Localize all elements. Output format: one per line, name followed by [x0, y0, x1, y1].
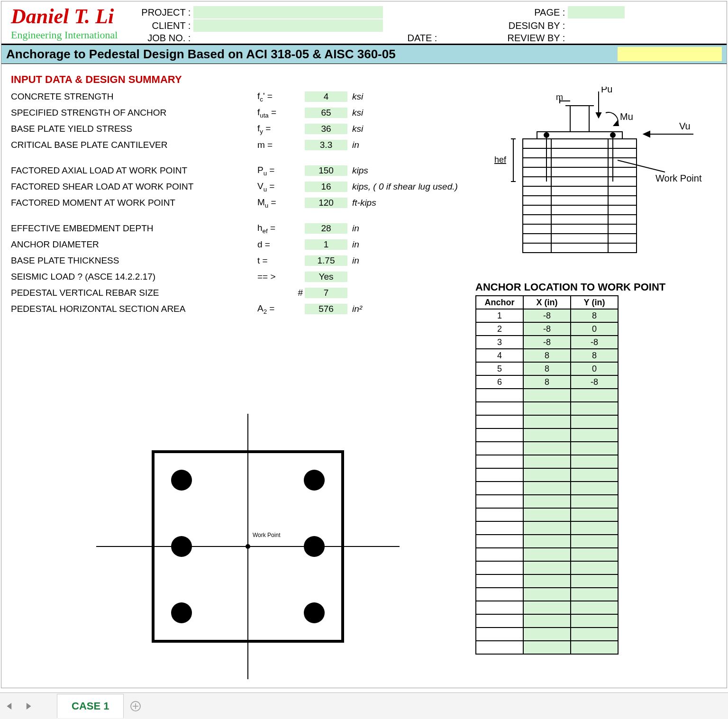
anchor-x[interactable]: -8	[523, 336, 571, 349]
anchor-y[interactable]	[571, 455, 618, 468]
anchor-n[interactable]	[476, 535, 523, 548]
input-value[interactable]: 16	[305, 182, 347, 192]
anchor-n[interactable]: 3	[476, 336, 523, 349]
anchor-y[interactable]: 8	[571, 349, 618, 362]
anchor-y[interactable]: -8	[571, 375, 618, 389]
title-yellow-cell[interactable]	[618, 47, 722, 61]
anchor-n[interactable]	[476, 455, 523, 468]
anchor-x[interactable]: 8	[523, 375, 571, 389]
table-row[interactable]	[476, 402, 618, 415]
anchor-y[interactable]	[571, 495, 618, 508]
table-row[interactable]	[476, 415, 618, 428]
table-row[interactable]: 3-8-8	[476, 336, 618, 349]
anchor-x[interactable]	[523, 428, 571, 442]
anchor-n[interactable]	[476, 508, 523, 521]
table-row[interactable]	[476, 641, 618, 654]
table-row[interactable]	[476, 389, 618, 402]
anchor-n[interactable]	[476, 389, 523, 402]
anchor-y[interactable]	[571, 402, 618, 415]
anchor-table[interactable]: Anchor X (in) Y (in) 1-882-803-8-8488580…	[475, 295, 619, 655]
table-row[interactable]	[476, 601, 618, 614]
page-input[interactable]	[568, 6, 625, 18]
anchor-y[interactable]	[571, 415, 618, 428]
anchor-n[interactable]	[476, 641, 523, 654]
table-row[interactable]	[476, 535, 618, 548]
anchor-x[interactable]	[523, 415, 571, 428]
anchor-n[interactable]: 2	[476, 322, 523, 336]
input-value[interactable]: 7	[305, 288, 347, 298]
anchor-y[interactable]	[571, 482, 618, 495]
anchor-n[interactable]	[476, 402, 523, 415]
anchor-x[interactable]: -8	[523, 322, 571, 336]
anchor-n[interactable]	[476, 601, 523, 614]
anchor-x[interactable]	[523, 588, 571, 601]
anchor-x[interactable]: 8	[523, 349, 571, 362]
anchor-y[interactable]	[571, 561, 618, 574]
table-row[interactable]: 488	[476, 349, 618, 362]
table-row[interactable]: 580	[476, 362, 618, 375]
table-row[interactable]	[476, 455, 618, 468]
anchor-y[interactable]	[571, 614, 618, 628]
anchor-y[interactable]	[571, 521, 618, 535]
anchor-y[interactable]	[571, 442, 618, 455]
anchor-y[interactable]	[571, 574, 618, 588]
anchor-x[interactable]	[523, 628, 571, 641]
anchor-y[interactable]	[571, 548, 618, 561]
anchor-y[interactable]	[571, 428, 618, 442]
spreadsheet[interactable]: Daniel T. Li Engineering International P…	[1, 1, 727, 688]
table-row[interactable]	[476, 508, 618, 521]
input-value[interactable]: 576	[305, 304, 347, 314]
anchor-n[interactable]	[476, 468, 523, 482]
project-input[interactable]	[193, 6, 383, 18]
input-value[interactable]: Yes	[305, 272, 347, 282]
anchor-y[interactable]: 0	[571, 322, 618, 336]
anchor-x[interactable]	[523, 442, 571, 455]
anchor-x[interactable]	[523, 482, 571, 495]
table-row[interactable]	[476, 521, 618, 535]
input-value[interactable]: 36	[305, 124, 347, 134]
table-row[interactable]	[476, 628, 618, 641]
anchor-y[interactable]	[571, 588, 618, 601]
anchor-x[interactable]	[523, 521, 571, 535]
table-row[interactable]	[476, 482, 618, 495]
table-row[interactable]	[476, 574, 618, 588]
anchor-x[interactable]: -8	[523, 309, 571, 322]
input-value[interactable]: 1	[305, 239, 347, 250]
anchor-x[interactable]	[523, 468, 571, 482]
anchor-n[interactable]	[476, 561, 523, 574]
table-row[interactable]: 68-8	[476, 375, 618, 389]
anchor-x[interactable]	[523, 508, 571, 521]
input-value[interactable]: 120	[305, 198, 347, 208]
anchor-x[interactable]	[523, 641, 571, 654]
anchor-n[interactable]	[476, 521, 523, 535]
anchor-x[interactable]	[523, 561, 571, 574]
anchor-x[interactable]	[523, 614, 571, 628]
anchor-y[interactable]	[571, 628, 618, 641]
anchor-n[interactable]: 5	[476, 362, 523, 375]
input-value[interactable]: 150	[305, 165, 347, 176]
anchor-y[interactable]	[571, 641, 618, 654]
anchor-n[interactable]: 1	[476, 309, 523, 322]
anchor-n[interactable]	[476, 588, 523, 601]
anchor-y[interactable]	[571, 601, 618, 614]
anchor-x[interactable]	[523, 389, 571, 402]
table-row[interactable]	[476, 561, 618, 574]
anchor-y[interactable]	[571, 389, 618, 402]
anchor-y[interactable]	[571, 535, 618, 548]
anchor-n[interactable]	[476, 628, 523, 641]
anchor-n[interactable]	[476, 428, 523, 442]
table-row[interactable]	[476, 468, 618, 482]
input-value[interactable]: 65	[305, 108, 347, 118]
table-row[interactable]	[476, 495, 618, 508]
anchor-x[interactable]	[523, 535, 571, 548]
table-row[interactable]: 1-88	[476, 309, 618, 322]
input-value[interactable]: 28	[305, 223, 347, 234]
table-row[interactable]	[476, 442, 618, 455]
anchor-x[interactable]	[523, 495, 571, 508]
anchor-n[interactable]	[476, 442, 523, 455]
input-value[interactable]: 1.75	[305, 255, 347, 266]
anchor-x[interactable]	[523, 574, 571, 588]
input-value[interactable]: 3.3	[305, 140, 347, 150]
anchor-n[interactable]	[476, 415, 523, 428]
anchor-x[interactable]	[523, 548, 571, 561]
